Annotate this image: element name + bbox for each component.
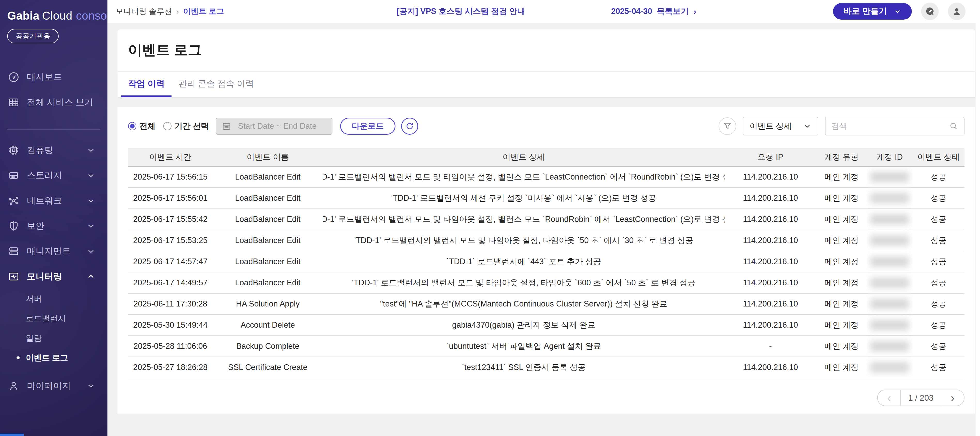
topbar-actions: 바로 만들기	[833, 0, 966, 23]
tab-work-history[interactable]: 작업 이력	[121, 72, 172, 97]
table-row[interactable]: 2025-06-11 17:30:28 HA Solution Apply "t…	[128, 293, 964, 315]
cell-event-detail: 'TDD-1' 로드밸런서의 밸런서 모드 및 타임아웃 설정, 타임아웃 `5…	[323, 230, 724, 251]
table-row[interactable]: 2025-05-28 11:06:06 Backup Complete `ubu…	[128, 336, 964, 357]
sidebar-item-storage[interactable]: 스토리지	[0, 163, 107, 188]
cell-account-id	[867, 230, 913, 251]
account-button[interactable]	[948, 3, 966, 20]
sidebar-subitem-loadbalancer[interactable]: 로드밸런서	[0, 309, 107, 328]
cell-event-status: 성공	[913, 251, 964, 272]
cell-request-ip: 114.200.216.10	[725, 357, 816, 378]
sidebar-item-monitoring[interactable]: 모니터링	[0, 264, 107, 289]
col-request-ip: 요청 IP	[725, 148, 816, 166]
cell-event-status: 성공	[913, 230, 964, 251]
cell-event-time: 2025-06-17 15:53:25	[128, 230, 213, 251]
topbar: 모니터링 솔루션 › 이벤트 로그 [공지] VPS 호스팅 시스템 점검 안내…	[107, 0, 980, 23]
search-icon[interactable]	[949, 122, 958, 131]
filter-right-group: 이벤트 상세	[719, 117, 964, 135]
cell-account-id	[867, 293, 913, 314]
filter-funnel-button[interactable]	[719, 117, 736, 135]
sidebar-subitem-alarm[interactable]: 알람	[0, 328, 107, 348]
chevron-down-icon	[894, 8, 902, 15]
table-row[interactable]: 2025-06-17 14:57:47 LoadBalancer Edit `T…	[128, 251, 964, 273]
download-button[interactable]: 다운로드	[340, 117, 395, 135]
next-page-button[interactable]: ›	[941, 390, 964, 406]
pagination: ‹ 1 / 203 ›	[128, 390, 964, 406]
cell-event-name: LoadBalancer Edit	[213, 251, 323, 272]
table-row[interactable]: 2025-06-17 15:56:15 LoadBalancer Edit 'T…	[128, 166, 964, 188]
page-indicator: 1 / 203	[900, 390, 941, 406]
table-row[interactable]: 2025-06-17 15:55:42 LoadBalancer Edit 'T…	[128, 209, 964, 230]
chevron-down-icon	[86, 247, 95, 256]
sidebar-item-security[interactable]: 보안	[0, 213, 107, 239]
cell-account-id	[867, 209, 913, 230]
search-input[interactable]	[831, 122, 949, 131]
account-id-redacted	[870, 257, 909, 267]
notice-bar: [공지] VPS 호스팅 시스템 점검 안내 2025-04-30 목록보기 ›	[397, 0, 696, 23]
chevron-down-icon	[86, 171, 95, 180]
sidebar-item-all-services[interactable]: 전체 서비스 보기	[0, 90, 107, 115]
grid-icon	[8, 97, 20, 108]
shield-icon	[8, 220, 20, 232]
cell-event-name: LoadBalancer Edit	[213, 188, 323, 208]
sidebar-item-dashboard[interactable]: 대시보드	[0, 65, 107, 90]
quick-create-button[interactable]: 바로 만들기	[833, 3, 912, 20]
refresh-button[interactable]	[401, 117, 418, 135]
cell-event-time: 2025-06-17 14:57:47	[128, 251, 213, 272]
sidebar-item-network[interactable]: 네트워크	[0, 188, 107, 213]
cell-request-ip: 114.200.216.10	[725, 273, 816, 293]
table-row[interactable]: 2025-06-17 15:53:25 LoadBalancer Edit 'T…	[128, 230, 964, 251]
cell-event-status: 성공	[913, 209, 964, 230]
date-range-input[interactable]: Start Date ~ End Date	[216, 117, 332, 135]
management-cards-icon	[8, 245, 20, 257]
notice-list-link[interactable]: 2025-04-30 목록보기 ›	[611, 6, 696, 17]
cell-request-ip: 114.200.216.10	[725, 166, 816, 187]
search-field-select[interactable]: 이벤트 상세	[743, 117, 818, 135]
cell-account-id	[867, 273, 913, 293]
page-title: 이벤트 로그	[128, 41, 202, 60]
breadcrumb-root[interactable]: 모니터링 솔루션	[116, 6, 172, 17]
radio-all[interactable]: 전체	[128, 121, 156, 132]
page-header-card: 이벤트 로그	[118, 29, 975, 71]
tab-console-access-history[interactable]: 관리 콘솔 접속 이력	[172, 72, 261, 97]
cell-event-detail: 'TDD-1' 로드밸런서의 세션 쿠키 설정 `미사용` 에서 `사용` (으…	[323, 188, 724, 208]
sidebar-subitem-event-log[interactable]: 이벤트 로그	[0, 348, 107, 368]
cell-account-id	[867, 357, 913, 378]
cell-account-type: 메인 계정	[816, 188, 867, 208]
radio-period-control[interactable]	[163, 122, 172, 130]
cell-event-status: 성공	[913, 293, 964, 314]
cell-account-type: 메인 계정	[816, 293, 867, 314]
table-row[interactable]: 2025-06-17 14:49:57 LoadBalancer Edit 'T…	[128, 273, 964, 293]
public-sector-badge: 공공기관용	[7, 29, 59, 43]
brand-console: console	[76, 9, 107, 22]
account-id-redacted	[870, 362, 909, 373]
prev-page-button[interactable]: ‹	[878, 390, 900, 406]
sidebar-subitem-server[interactable]: 서버	[0, 289, 107, 309]
table-row[interactable]: 2025-05-30 15:49:44 Account Delete gabia…	[128, 315, 964, 336]
table-row[interactable]: 2025-05-27 18:26:28 SSL Certificate Crea…	[128, 357, 964, 378]
col-event-detail: 이벤트 상세	[323, 148, 724, 166]
cell-request-ip: -	[725, 336, 816, 357]
table-row[interactable]: 2025-06-17 15:56:01 LoadBalancer Edit 'T…	[128, 188, 964, 209]
chevron-right-icon: ›	[694, 6, 696, 16]
account-id-redacted	[870, 299, 909, 309]
account-id-redacted	[870, 235, 909, 246]
notice-link[interactable]: [공지] VPS 호스팅 시스템 점검 안내	[397, 6, 525, 17]
cell-event-detail: 'TDD-1' 로드밸런서의 밸런서 모드 및 타임아웃 설정, 타임아웃 `6…	[323, 273, 724, 293]
sidebar-item-computing[interactable]: 컴퓨팅	[0, 138, 107, 163]
breadcrumb-separator-icon: ›	[176, 7, 179, 16]
scrollbar-track[interactable]	[976, 23, 980, 436]
storage-drive-icon	[8, 170, 20, 181]
cell-event-name: SSL Certificate Create	[213, 357, 323, 378]
sidebar-item-management[interactable]: 매니지먼트	[0, 239, 107, 264]
cell-account-id	[867, 166, 913, 187]
cell-event-detail: `ubuntutest` 서버 파일백업 Agent 설치 완료	[323, 336, 724, 357]
dashboard-gauge-icon	[8, 71, 20, 83]
cell-account-type: 메인 계정	[816, 336, 867, 357]
brand-logo[interactable]: GabiaCloudconsole	[0, 0, 107, 22]
support-chat-button[interactable]	[921, 3, 939, 20]
radio-period-select[interactable]: 기간 선택	[163, 121, 209, 132]
sidebar-item-mypage[interactable]: 마이페이지	[0, 373, 107, 399]
radio-all-control[interactable]	[128, 122, 136, 130]
cell-event-detail: gabia4370(gabia) 관리자 정보 삭제 완료	[323, 315, 724, 335]
cell-account-id	[867, 336, 913, 357]
